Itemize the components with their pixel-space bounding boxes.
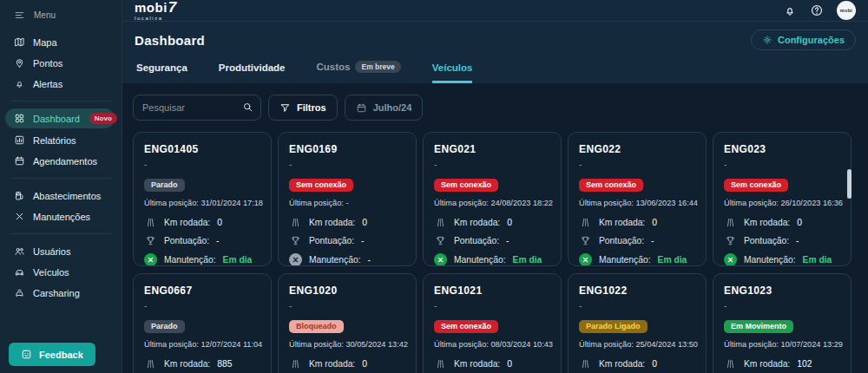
page-title: Dashboard: [135, 33, 205, 48]
score-row: Pontuação:-: [724, 235, 840, 246]
coming-soon-badge: Em breve: [355, 61, 400, 73]
maintenance-row: Manutenção:-: [289, 253, 405, 266]
road-icon: [144, 217, 157, 228]
feedback-button[interactable]: Feedback: [9, 343, 95, 366]
notifications-bell-icon[interactable]: [783, 3, 797, 17]
km-row: Km rodada:0: [289, 358, 405, 370]
metric-value: 0: [362, 359, 367, 369]
pin-icon: [14, 57, 25, 69]
vehicle-card[interactable]: ENG01405 - Parado Última posição: 31/01/…: [133, 132, 272, 266]
search-box: [133, 95, 261, 121]
km-row: Km rodada:0: [724, 217, 840, 228]
tab-label: Segurança: [136, 62, 187, 73]
status-badge: Em Movimento: [724, 320, 793, 333]
vehicle-plate: ENG0667: [144, 285, 260, 297]
metric-value: -: [216, 236, 219, 245]
metric-rows: Km rodada:0Pontuação:-Manutenção:Em dia: [724, 217, 840, 266]
sidebar-item-dashboard[interactable]: DashboardNovo: [5, 108, 115, 128]
metric-rows: Km rodada:0: [289, 358, 405, 370]
tab-custos[interactable]: CustosEm breve: [317, 61, 401, 83]
search-icon[interactable]: [242, 101, 253, 113]
sidebar-item-abastecimentos[interactable]: Abastecimentos: [0, 186, 122, 206]
last-position: Última posição: 08/03/2024 10:43: [434, 340, 550, 349]
sidebar-item-relatorios[interactable]: Relatórios: [0, 130, 122, 150]
logo-seven: 7: [168, 0, 177, 16]
vehicle-plate: ENG022: [579, 143, 695, 155]
vehicle-card[interactable]: ENG021 - Sem conexão Última posição: 24/…: [423, 132, 562, 266]
vehicle-card[interactable]: ENG1021 - Sem conexão Última posição: 08…: [423, 273, 562, 373]
help-icon[interactable]: [810, 3, 824, 17]
sidebar-item-mapa[interactable]: Mapa: [0, 32, 122, 52]
vehicle-subtitle: -: [579, 160, 695, 169]
metric-rows: Km rodada:0Pontuação:-Manutenção:Em dia: [434, 217, 550, 266]
km-row: Km rodada:0: [144, 217, 260, 228]
sidebar-item-label: Manutenções: [33, 212, 90, 222]
sidebar-item-veiculos[interactable]: Veículos: [0, 262, 122, 282]
metric-label: Pontuação:: [454, 236, 499, 245]
user-avatar[interactable]: mobi: [837, 1, 856, 20]
last-position: Última posição: 10/07/2024 13:29: [724, 340, 840, 349]
metric-label: Km rodada:: [309, 359, 355, 369]
title-row: Dashboard Configurações: [122, 22, 868, 54]
tab-bar: SegurançaProdutividadeCustosEm breveVeíc…: [122, 54, 868, 83]
tab-label: Produtividade: [219, 62, 286, 73]
month-picker-button[interactable]: Julho/24: [345, 95, 424, 121]
sidebar-item-carsharing[interactable]: Carsharing: [0, 283, 122, 303]
km-row: Km rodada:0: [434, 217, 550, 228]
menu-toggle[interactable]: Menu: [0, 0, 122, 31]
metric-rows: Km rodada:102: [724, 358, 840, 370]
metric-value: -: [506, 236, 509, 245]
funnel-icon: [279, 102, 291, 114]
sidebar-item-manutencoes[interactable]: Manutenções: [0, 206, 122, 226]
metric-label: Km rodada:: [164, 218, 210, 227]
logo-subtext: localiza: [135, 16, 177, 21]
trophy-icon: [434, 235, 447, 246]
metric-label: Km rodada:: [599, 218, 645, 227]
last-position: Última posição: 26/10/2023 16:36: [724, 199, 840, 207]
sidebar-divider: [10, 178, 111, 179]
maintenance-tools-icon: [724, 253, 737, 266]
vehicle-subtitle: -: [434, 301, 550, 311]
vehicle-card[interactable]: ENG022 - Sem conexão Última posição: 13/…: [568, 132, 707, 266]
score-row: Pontuação:-: [434, 235, 550, 246]
metric-rows: Km rodada:0Pontuação:-Manutenção:-: [289, 217, 405, 266]
vehicle-card[interactable]: ENG1020 - Bloqueado Última posição: 30/0…: [278, 273, 417, 373]
status-badge: Sem conexão: [289, 179, 353, 192]
last-position: Última posição: 24/08/2023 18:22: [434, 199, 550, 207]
tab-produtividade[interactable]: Produtividade: [219, 62, 286, 83]
sidebar-divider: [10, 101, 111, 101]
vehicle-card[interactable]: ENG1022 - Parado Ligado Última posição: …: [568, 273, 707, 373]
sidebar-item-label: Mapa: [33, 37, 57, 48]
topbar-actions: mobi: [783, 1, 856, 20]
vehicle-cards-grid: ENG01405 - Parado Última posição: 31/01/…: [133, 132, 858, 373]
sidebar-item-alertas[interactable]: Alertas: [0, 74, 122, 94]
vehicle-card[interactable]: ENG023 - Sem conexão Última posição: 26/…: [713, 132, 852, 266]
vehicle-card[interactable]: ENG0667 - Parado Última posição: 12/07/2…: [133, 273, 272, 373]
metric-label: Manutenção:: [164, 255, 216, 265]
vehicle-card[interactable]: ENG1023 - Em Movimento Última posição: 1…: [713, 273, 852, 373]
metric-rows: Km rodada:885: [144, 358, 260, 370]
road-icon: [144, 358, 157, 370]
filters-button[interactable]: Filtros: [268, 95, 338, 121]
tab-seguranca[interactable]: Segurança: [136, 62, 187, 83]
status-badge: Sem conexão: [724, 179, 788, 192]
sidebar-item-usuarios[interactable]: Usuários: [0, 241, 122, 261]
bell-icon: [14, 78, 25, 89]
sidebar-divider: [10, 233, 111, 234]
road-icon: [724, 217, 737, 228]
vehicle-card[interactable]: ENG0169 - Sem conexão Última posição: - …: [278, 132, 417, 266]
sidebar-item-pontos[interactable]: Pontos: [0, 53, 122, 73]
settings-button[interactable]: Configurações: [751, 29, 856, 50]
maintenance-row: Manutenção:Em dia: [724, 253, 840, 266]
maintenance-tools-icon: [144, 253, 157, 266]
sidebar-item-agendamentos[interactable]: Agendamentos: [0, 151, 122, 171]
metric-value: 0: [652, 359, 657, 369]
scrollbar-thumb[interactable]: [847, 169, 852, 199]
road-icon: [434, 217, 447, 228]
users-icon: [14, 245, 25, 257]
road-icon: [579, 358, 592, 370]
menu-label: Menu: [34, 10, 56, 20]
tab-veiculos[interactable]: Veículos: [432, 62, 473, 83]
metric-value: 0: [507, 359, 512, 369]
metric-value: Em dia: [658, 255, 687, 265]
